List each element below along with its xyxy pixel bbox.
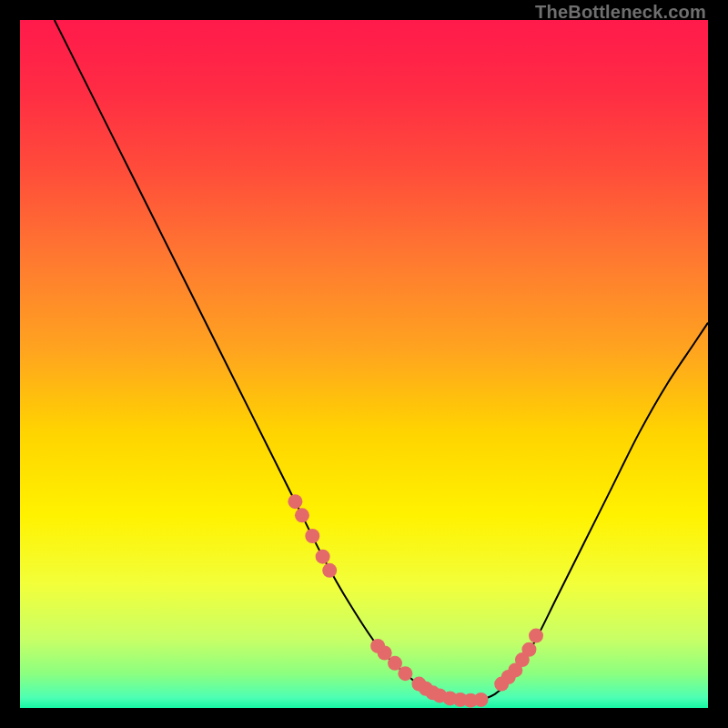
chart-frame: TheBottleneck.com xyxy=(0,0,728,728)
highlight-dot xyxy=(305,529,319,543)
highlight-dot xyxy=(474,693,489,707)
highlight-dot xyxy=(388,656,402,671)
gradient-background xyxy=(20,20,708,708)
highlight-dot xyxy=(322,563,337,578)
highlight-dot xyxy=(378,646,392,661)
highlight-dot xyxy=(398,666,412,681)
chart-svg xyxy=(20,20,708,708)
highlight-dot xyxy=(521,642,536,657)
highlight-dot xyxy=(295,508,309,522)
highlight-dot xyxy=(316,550,330,564)
highlight-dot xyxy=(529,629,543,643)
highlight-dot xyxy=(288,494,302,509)
plot-area xyxy=(20,20,708,708)
